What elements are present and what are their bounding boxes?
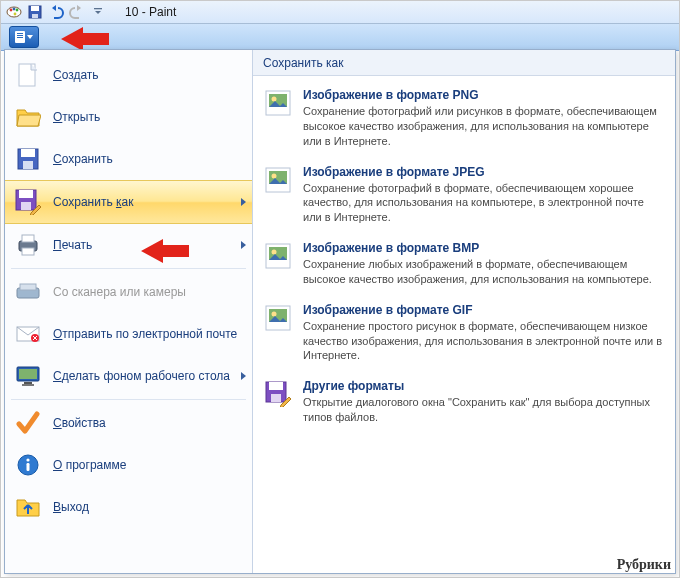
menu-item-label: Печать: [53, 238, 242, 252]
svg-point-38: [272, 250, 277, 255]
title-bar: 10 - Paint: [1, 1, 679, 24]
format-bmp-icon: [263, 241, 293, 271]
menu-item-saveas[interactable]: Сохранить как: [5, 180, 252, 224]
svg-rect-44: [271, 394, 281, 402]
menu-item-label: Отправить по электронной почте: [53, 327, 242, 341]
svg-rect-17: [22, 235, 34, 242]
menu-separator: [11, 268, 246, 269]
scanner-icon: [15, 279, 41, 305]
svg-rect-11: [21, 149, 35, 157]
disk-pencil-icon: [15, 189, 41, 215]
menu-item-new[interactable]: Создать: [5, 54, 252, 96]
quick-access-toolbar: [5, 3, 107, 21]
menu-item-label: Создать: [53, 68, 242, 82]
menu-item-props[interactable]: Свойства: [5, 402, 252, 444]
menu-item-label: Сохранить: [53, 152, 242, 166]
format-gif-icon: [263, 303, 293, 333]
menu-item-save[interactable]: Сохранить: [5, 138, 252, 180]
svg-rect-20: [20, 284, 36, 290]
svg-rect-26: [22, 384, 34, 386]
window-title: 10 - Paint: [125, 5, 176, 19]
format-desc: Сохранение простого рисунок в формате, о…: [303, 319, 665, 364]
menu-item-label: Открыть: [53, 110, 242, 124]
svg-point-32: [272, 97, 277, 102]
format-desc: Сохранение фотографий в формате, обеспеч…: [303, 181, 665, 226]
format-title: Изображение в формате BMP: [303, 241, 665, 255]
folder-up-icon: [15, 494, 41, 520]
menu-item-label: Со сканера или камеры: [53, 285, 242, 299]
qat-save-icon[interactable]: [26, 3, 44, 21]
save-as-format-list: Изображение в формате PNGСохранение фото…: [253, 76, 675, 573]
svg-point-3: [16, 9, 19, 12]
format-option-gif[interactable]: Изображение в формате GIFСохранение прос…: [253, 297, 675, 374]
format-option-png[interactable]: Изображение в формате PNGСохранение фото…: [253, 82, 675, 159]
qat-redo-icon: [68, 3, 86, 21]
check-icon: [15, 410, 41, 436]
format-desc: Сохранение фотографий или рисунков в фор…: [303, 104, 665, 149]
svg-point-35: [272, 173, 277, 178]
svg-rect-25: [24, 382, 32, 384]
svg-rect-12: [23, 161, 33, 169]
svg-rect-29: [27, 463, 30, 471]
format-other-icon: [263, 379, 293, 409]
svg-point-1: [10, 9, 13, 12]
document-icon: [15, 31, 25, 43]
mail-icon: [15, 321, 41, 347]
qat-app-icon[interactable]: [5, 3, 23, 21]
printer-icon: [15, 232, 41, 258]
format-desc: Сохранение любых изображений в формате, …: [303, 257, 665, 287]
desktop-icon: [15, 363, 41, 389]
disk-icon: [15, 146, 41, 172]
format-jpeg-icon: [263, 165, 293, 195]
menu-item-label: Сделать фоном рабочего стола: [53, 369, 242, 383]
format-title: Изображение в формате PNG: [303, 88, 665, 102]
qat-customize-icon[interactable]: [89, 3, 107, 21]
menu-item-open[interactable]: Открыть: [5, 96, 252, 138]
menu-item-about[interactable]: О программе: [5, 444, 252, 486]
chevron-down-icon: [27, 35, 33, 39]
new-doc-icon: [15, 62, 41, 88]
svg-rect-7: [32, 14, 38, 18]
save-as-panel: Сохранить как Изображение в формате PNGС…: [253, 50, 675, 573]
format-title: Другие форматы: [303, 379, 665, 393]
menu-item-wall[interactable]: Сделать фоном рабочего стола: [5, 355, 252, 397]
svg-point-2: [13, 8, 16, 11]
svg-rect-18: [22, 248, 34, 255]
ribbon-bar: [1, 24, 679, 51]
format-title: Изображение в формате JPEG: [303, 165, 665, 179]
format-option-other[interactable]: Другие форматыОткрытие диалогового окна …: [253, 373, 675, 435]
qat-undo-icon[interactable]: [47, 3, 65, 21]
svg-rect-14: [19, 190, 33, 198]
menu-item-label: Сохранить как: [53, 195, 242, 209]
svg-rect-6: [31, 6, 39, 11]
svg-rect-43: [269, 382, 283, 390]
submenu-arrow-icon: [241, 198, 246, 206]
save-as-panel-title: Сохранить как: [253, 50, 675, 76]
svg-point-41: [272, 311, 277, 316]
file-menu-button[interactable]: [9, 26, 39, 48]
menu-item-label: Выход: [53, 500, 242, 514]
info-icon: [15, 452, 41, 478]
menu-item-label: Свойства: [53, 416, 242, 430]
format-desc: Открытие диалогового окна "Сохранить как…: [303, 395, 665, 425]
format-option-jpeg[interactable]: Изображение в формате JPEGСохранение фот…: [253, 159, 675, 236]
submenu-arrow-icon: [241, 241, 246, 249]
file-menu: СоздатьОткрытьСохранитьСохранить какПеча…: [4, 49, 676, 574]
file-menu-items: СоздатьОткрытьСохранитьСохранить какПеча…: [5, 50, 253, 573]
menu-item-scan: Со сканера или камеры: [5, 271, 252, 313]
menu-item-label: О программе: [53, 458, 242, 472]
svg-rect-8: [94, 8, 102, 9]
menu-item-exit[interactable]: Выход: [5, 486, 252, 528]
menu-item-print[interactable]: Печать: [5, 224, 252, 266]
svg-rect-15: [21, 202, 31, 210]
menu-item-send[interactable]: Отправить по электронной почте: [5, 313, 252, 355]
folder-open-icon: [15, 104, 41, 130]
format-title: Изображение в формате GIF: [303, 303, 665, 317]
svg-point-28: [26, 458, 29, 461]
format-option-bmp[interactable]: Изображение в формате BMPСохранение любы…: [253, 235, 675, 297]
svg-point-4: [14, 13, 17, 16]
format-png-icon: [263, 88, 293, 118]
submenu-arrow-icon: [241, 372, 246, 380]
svg-rect-24: [19, 369, 37, 379]
menu-separator: [11, 399, 246, 400]
